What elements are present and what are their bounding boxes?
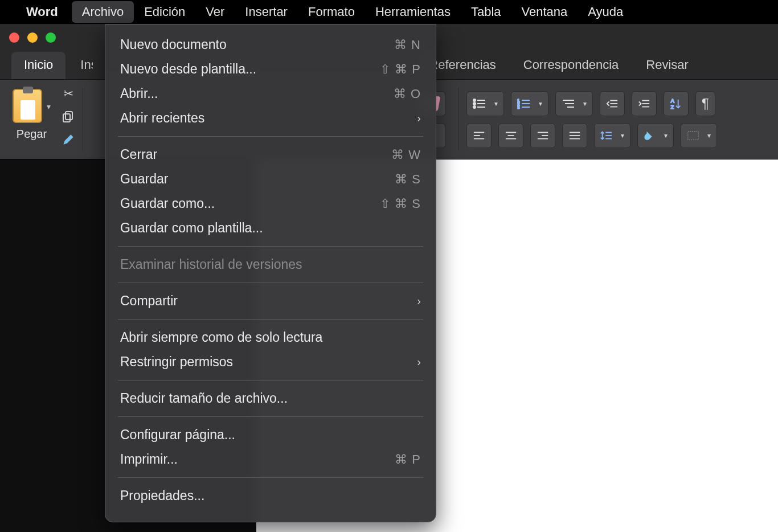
svg-text:3: 3: [517, 105, 520, 109]
chevron-right-icon: ›: [417, 294, 421, 308]
svg-text:A: A: [671, 98, 675, 104]
dd-label: Nuevo desde plantilla...: [120, 62, 256, 77]
multilevel-list-button[interactable]: [555, 91, 593, 116]
menubar-item-edicion[interactable]: Edición: [134, 1, 195, 23]
close-window-button[interactable]: [9, 32, 19, 43]
format-painter-icon[interactable]: [60, 132, 77, 147]
bulleted-list-button[interactable]: [466, 91, 504, 116]
svg-rect-0: [65, 112, 72, 120]
menubar-item-formato[interactable]: Formato: [298, 1, 365, 23]
dd-guardar-como-plantilla[interactable]: Guardar como plantilla...: [105, 216, 436, 240]
svg-rect-42: [688, 131, 698, 140]
app-name[interactable]: Word: [26, 5, 58, 19]
menubar-item-insertar[interactable]: Insertar: [235, 1, 298, 23]
fullscreen-window-button[interactable]: [46, 32, 56, 43]
dd-compartir[interactable]: Compartir ›: [105, 289, 436, 313]
line-spacing-button[interactable]: [594, 123, 630, 148]
dd-configurar-pagina[interactable]: Configurar página...: [105, 423, 436, 447]
dd-separator: [118, 136, 423, 137]
dd-label: Cerrar: [120, 147, 157, 162]
paste-icon[interactable]: [13, 89, 42, 123]
numbered-list-button[interactable]: 123: [511, 91, 548, 116]
show-paragraph-marks-button[interactable]: ¶: [695, 91, 715, 116]
menubar-item-herramientas[interactable]: Herramientas: [365, 1, 461, 23]
decrease-indent-button[interactable]: [600, 91, 625, 116]
copy-icon[interactable]: [60, 109, 77, 124]
macos-menubar: Word Archivo Edición Ver Insertar Format…: [0, 0, 778, 24]
tab-correspondencia[interactable]: Correspondencia: [511, 52, 632, 79]
dd-cerrar[interactable]: Cerrar ⌘ W: [105, 142, 436, 167]
menubar-item-ventana[interactable]: Ventana: [511, 1, 578, 23]
dd-label: Imprimir...: [120, 452, 178, 467]
svg-text:Z: Z: [671, 104, 674, 110]
shading-button[interactable]: [637, 123, 674, 148]
dd-label: Compartir: [120, 293, 178, 309]
paste-dropdown-arrow-icon[interactable]: ▾: [47, 102, 51, 111]
traffic-lights: [9, 32, 56, 43]
borders-button[interactable]: [681, 123, 717, 148]
dd-shortcut: ⌘ N: [394, 38, 421, 52]
dd-guardar[interactable]: Guardar ⌘ S: [105, 167, 436, 191]
dd-restringir-permisos[interactable]: Restringir permisos ›: [105, 350, 436, 374]
align-center-button[interactable]: [498, 123, 523, 148]
svg-point-2: [473, 99, 476, 101]
chevron-right-icon: ›: [417, 355, 421, 369]
minimize-window-button[interactable]: [27, 32, 38, 43]
sort-button[interactable]: AZ: [664, 91, 689, 116]
dd-guardar-como[interactable]: Guardar como... ⇧ ⌘ S: [105, 191, 436, 216]
align-left-button[interactable]: [466, 123, 492, 148]
tab-revisar[interactable]: Revisar: [633, 52, 701, 79]
group-paragraph: 123 AZ ¶: [462, 84, 722, 154]
tab-insertar-truncated[interactable]: Insertar: [68, 52, 93, 79]
group-clipboard: ▾ Pegar: [6, 84, 58, 154]
dd-shortcut: ⌘ W: [391, 148, 421, 162]
dd-label: Guardar como plantilla...: [120, 220, 263, 236]
dd-label: Guardar: [120, 171, 168, 187]
menubar-item-ayuda[interactable]: Ayuda: [578, 1, 633, 23]
dd-separator: [118, 283, 423, 283]
menubar-item-tabla[interactable]: Tabla: [461, 1, 511, 23]
dd-separator: [118, 477, 423, 478]
word-window: Inicio Insertar Referencias Corresponden…: [0, 24, 778, 532]
menubar-item-ver[interactable]: Ver: [195, 1, 235, 23]
svg-rect-1: [63, 114, 70, 122]
cut-icon[interactable]: ✂: [60, 87, 77, 101]
dd-shortcut: ⇧ ⌘ P: [380, 62, 421, 77]
dd-label: Restringir permisos: [120, 354, 233, 370]
menubar-item-archivo[interactable]: Archivo: [72, 1, 134, 23]
dd-label: Nuevo documento: [120, 37, 227, 52]
dd-separator: [118, 246, 423, 247]
dd-shortcut: ⌘ S: [395, 172, 421, 187]
dd-shortcut: ⌘ P: [395, 452, 421, 467]
menubar-archivo-dropdown: Nuevo documento ⌘ N Nuevo desde plantill…: [105, 24, 436, 522]
svg-point-4: [473, 103, 476, 105]
dd-imprimir[interactable]: Imprimir... ⌘ P: [105, 447, 436, 472]
dd-propiedades[interactable]: Propiedades...: [105, 484, 436, 508]
group-clipboard-extra: ✂: [58, 84, 79, 154]
dd-label: Abrir...: [120, 86, 158, 101]
svg-point-6: [473, 106, 476, 108]
dd-reducir-tamano[interactable]: Reducir tamaño de archivo...: [105, 386, 436, 411]
dd-label: Propiedades...: [120, 488, 204, 504]
dd-label: Configurar página...: [120, 427, 235, 443]
dd-shortcut: ⌘ O: [394, 87, 421, 101]
dd-nuevo-desde-plantilla[interactable]: Nuevo desde plantilla... ⇧ ⌘ P: [105, 57, 436, 81]
align-justify-button[interactable]: [562, 123, 587, 148]
chevron-right-icon: ›: [417, 112, 421, 125]
dd-abrir[interactable]: Abrir... ⌘ O: [105, 81, 436, 106]
dd-separator: [118, 380, 423, 380]
tab-inicio[interactable]: Inicio: [11, 52, 65, 79]
dd-nuevo-documento[interactable]: Nuevo documento ⌘ N: [105, 32, 436, 57]
dd-separator: [118, 416, 423, 417]
dd-abrir-solo-lectura[interactable]: Abrir siempre como de solo lectura: [105, 325, 436, 350]
dd-label: Guardar como...: [120, 196, 215, 211]
dd-examinar-historial: Examinar historial de versiones: [105, 252, 436, 277]
paste-label: Pegar: [17, 128, 47, 141]
dd-separator: [118, 319, 423, 320]
align-right-button[interactable]: [530, 123, 555, 148]
dd-label: Reducir tamaño de archivo...: [120, 391, 288, 406]
dd-label: Examinar historial de versiones: [120, 257, 302, 272]
dd-abrir-recientes[interactable]: Abrir recientes ›: [105, 106, 436, 130]
increase-indent-button[interactable]: [632, 91, 657, 116]
dd-label: Abrir siempre como de solo lectura: [120, 330, 322, 345]
